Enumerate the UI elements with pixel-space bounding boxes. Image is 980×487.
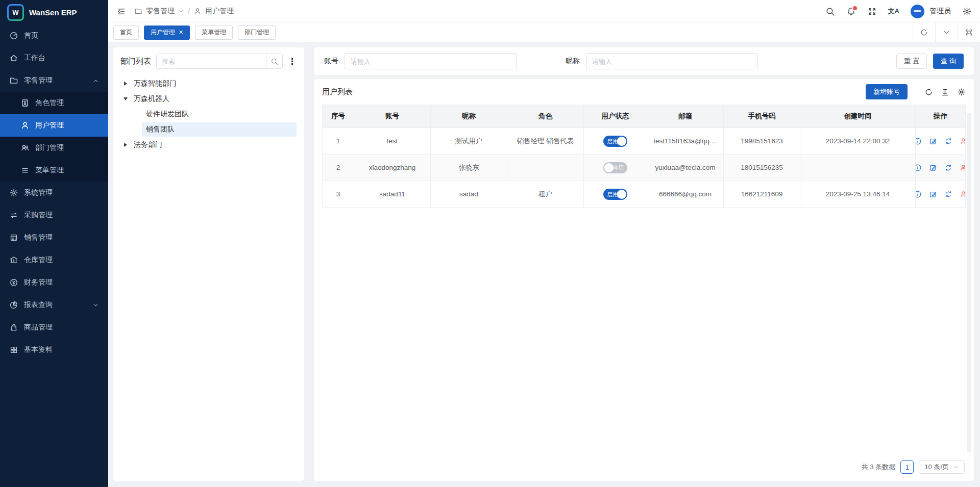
tab-label: 用户管理 xyxy=(151,28,175,37)
sidebar-item-role[interactable]: 角色管理 xyxy=(0,92,108,114)
sidebar-item-user[interactable]: 用户管理 xyxy=(0,114,108,137)
collapse-arrow-icon[interactable] xyxy=(124,97,128,100)
chevron-down-icon xyxy=(953,464,959,470)
sidebar-item-dept[interactable]: 部门管理 xyxy=(0,137,108,159)
fullscreen-icon[interactable] xyxy=(867,7,877,16)
sidebar-item-finance[interactable]: 财务管理 xyxy=(0,271,108,294)
sidebar-item-home[interactable]: 首页 xyxy=(0,24,108,47)
chevron-down-icon xyxy=(92,302,99,309)
status-toggle[interactable]: 启用 xyxy=(603,189,627,200)
close-icon[interactable]: ✕ xyxy=(179,30,183,35)
reset-password-icon[interactable] xyxy=(944,137,952,145)
info-icon[interactable] xyxy=(916,164,922,172)
page-size-select[interactable]: 10 条/页 xyxy=(919,460,965,474)
tab-home[interactable]: 首页 xyxy=(113,25,139,40)
search-icon[interactable] xyxy=(825,7,835,16)
sidebar-item-sales[interactable]: 销售管理 xyxy=(0,226,108,249)
row-actions xyxy=(916,137,965,145)
maximize-icon xyxy=(965,28,973,37)
reset-password-icon[interactable] xyxy=(944,164,952,172)
chevron-down-icon[interactable] xyxy=(178,8,184,14)
tab-dept-mgmt[interactable]: 部门管理 xyxy=(238,25,276,40)
maximize-content-button[interactable] xyxy=(958,23,980,42)
search-button[interactable]: 查询 xyxy=(933,54,964,69)
reset-password-icon[interactable] xyxy=(944,190,952,198)
brand-logo-icon: W xyxy=(7,4,24,21)
expand-arrow-icon[interactable] xyxy=(124,82,127,86)
table-scrollbar[interactable] xyxy=(967,113,971,452)
user-name[interactable]: 管理员 xyxy=(929,7,951,16)
topbar-left: 零售管理 / 用户管理 xyxy=(116,7,234,16)
breadcrumb-section[interactable]: 零售管理 xyxy=(146,7,175,16)
sidebar-item-basic[interactable]: 基本资料 xyxy=(0,339,108,361)
edit-icon[interactable] xyxy=(929,164,937,172)
cell-status: 停用 xyxy=(584,155,647,181)
cell-email: 666666@qq.com xyxy=(647,181,724,208)
page-size-value: 10 条/页 xyxy=(924,463,949,472)
tree-item-wansen-robot[interactable]: 万森机器人 xyxy=(120,91,297,107)
sidebar-item-label: 销售管理 xyxy=(24,233,53,242)
avatar[interactable] xyxy=(911,5,924,18)
brand: W WanSen ERP xyxy=(0,0,108,24)
status-toggle[interactable]: 停用 xyxy=(603,162,627,173)
cell-phone: 16621211609 xyxy=(724,181,800,208)
remove-user-icon[interactable] xyxy=(960,137,966,145)
column-header: 用户状态 xyxy=(584,105,647,128)
department-search-button[interactable] xyxy=(266,54,282,68)
tree-item-hardware-team[interactable]: 硬件研发团队 xyxy=(120,107,297,122)
remove-user-icon[interactable] xyxy=(960,164,966,172)
tree-item-sales-team[interactable]: 销售团队 xyxy=(120,122,297,137)
remove-user-icon[interactable] xyxy=(960,190,966,198)
sidebar-item-label: 财务管理 xyxy=(24,278,53,287)
info-icon[interactable] xyxy=(916,190,922,198)
info-icon[interactable] xyxy=(916,137,922,145)
settings-gear-icon[interactable] xyxy=(962,7,972,16)
sidebar-item-warehouse[interactable]: 仓库管理 xyxy=(0,249,108,271)
nickname-input[interactable] xyxy=(586,53,758,69)
tab-options-button[interactable] xyxy=(935,23,958,42)
sidebar-item-menu[interactable]: 菜单管理 xyxy=(0,159,108,182)
table-row: 3 sadad11 sadad 租户 启用 666666@qq.com 1662… xyxy=(323,181,966,208)
sidebar-item-report[interactable]: 报表查询 xyxy=(0,294,108,316)
sidebar-item-retail[interactable]: 零售管理 xyxy=(0,69,108,92)
notifications-button[interactable] xyxy=(846,7,856,16)
brand-name: WanSen ERP xyxy=(29,8,77,17)
sidebar-item-system[interactable]: 系统管理 xyxy=(0,182,108,204)
row-height-icon[interactable] xyxy=(941,88,949,96)
edit-icon[interactable] xyxy=(929,190,937,198)
sidebar-item-purchase[interactable]: 采购管理 xyxy=(0,204,108,226)
tree-item-wansen-smart[interactable]: 万森智能部门 xyxy=(120,76,297,91)
more-options-icon[interactable]: ⋮ xyxy=(288,57,297,66)
dept-icon xyxy=(20,143,30,152)
sidebar-item-goods[interactable]: 商品管理 xyxy=(0,316,108,339)
pie-icon xyxy=(9,300,18,310)
pagination-page-1[interactable]: 1 xyxy=(900,460,914,474)
cell-roles: 销售经理 销售代表 xyxy=(507,128,584,155)
tree-item-legal-dept[interactable]: 法务部门 xyxy=(120,137,297,152)
sidebar-item-label: 报表查询 xyxy=(24,300,53,310)
refresh-page-button[interactable] xyxy=(913,23,935,42)
edit-icon[interactable] xyxy=(929,137,937,145)
chevron-up-icon xyxy=(92,78,99,84)
language-icon[interactable]: 文A xyxy=(888,7,899,16)
column-header: 手机号码 xyxy=(724,105,800,128)
cell-index: 3 xyxy=(323,181,354,208)
sidebar-item-workbench[interactable]: 工作台 xyxy=(0,47,108,69)
pagination-total: 共 3 条数据 xyxy=(862,463,895,472)
department-search-input[interactable] xyxy=(157,54,266,68)
tab-user-mgmt[interactable]: 用户管理✕ xyxy=(144,25,190,40)
add-account-button[interactable]: 新增账号 xyxy=(866,84,908,99)
user-list-card: 用户列表 新增账号 序号账号昵称角色用户状态邮箱手机号码创建时间操作 xyxy=(314,79,974,481)
department-panel: 部门列表 ⋮ 万森智能部门万森机器人硬件研发团队销售团队法务部门 xyxy=(113,47,304,481)
finance-icon xyxy=(9,278,18,287)
account-input[interactable] xyxy=(345,53,517,69)
reset-button[interactable]: 重置 xyxy=(896,54,927,69)
expand-arrow-icon[interactable] xyxy=(124,143,127,147)
tab-menu-mgmt[interactable]: 菜单管理 xyxy=(195,25,233,40)
column-settings-icon[interactable] xyxy=(957,88,966,96)
cell-email: yuxiuaa@tecia.com xyxy=(647,155,724,181)
status-toggle[interactable]: 启用 xyxy=(603,136,627,147)
collapse-menu-icon[interactable] xyxy=(116,7,126,16)
search-icon xyxy=(271,58,278,65)
refresh-table-icon[interactable] xyxy=(924,88,933,96)
